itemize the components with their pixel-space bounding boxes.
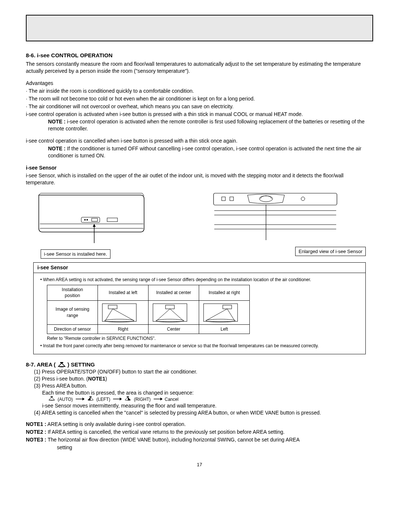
svg-point-28 — [156, 319, 184, 322]
left-figure-label: i-see Sensor is installed here. — [41, 249, 110, 259]
seq-auto: (AUTO) — [58, 396, 73, 402]
svg-rect-5 — [92, 218, 98, 221]
isee-sensor-desc: i-see Sensor, which is installed on the … — [26, 172, 373, 186]
note1-label: NOTE1 : — [26, 421, 46, 427]
tbl-r3c1: Direction of sensor — [47, 324, 98, 334]
cancel-text: i-see control operation is cancelled whe… — [26, 137, 373, 144]
note-1: NOTE : i-see control operation is activa… — [48, 118, 373, 132]
area-left-icon — [87, 396, 94, 402]
area-right-icon — [124, 396, 132, 402]
svg-marker-43 — [160, 398, 163, 400]
heading-pre: 8-7. AREA ( — [26, 361, 56, 368]
tbl-r3c2: Right — [98, 324, 149, 334]
note-2-text: If the conditioner is turned OFF without… — [48, 146, 361, 158]
advantage-1: · The air inside the room is conditioned… — [26, 88, 373, 95]
advantages-label: Advantages — [26, 80, 373, 87]
advantage-2: · The room will not become too cold or h… — [26, 95, 373, 102]
activate-text: i-see control operation is activated whe… — [26, 111, 373, 118]
step-2: (2) Press i-see button. (NOTE1) — [34, 375, 373, 382]
svg-point-4 — [86, 219, 88, 221]
note3-text-a-line1: The horizontal air flow direction (WIDE … — [48, 437, 300, 443]
refer-note: Refer to "Remote controller in SERVICE F… — [47, 335, 359, 341]
arrow-icon — [75, 396, 85, 402]
svg-rect-38 — [89, 396, 92, 397]
tbl-r3c4: Left — [199, 324, 250, 334]
tbl-r1c1a: Installation — [50, 287, 95, 293]
area-auto-icon — [48, 396, 55, 402]
enlarged-view-figure: Enlarged view of i-see Sensor — [211, 191, 366, 256]
figure-row: i-see Sensor is installed here. Enlarged… — [33, 191, 366, 259]
section-87-heading: 8-7. AREA ( ) SETTING — [26, 361, 373, 368]
svg-rect-25 — [166, 305, 174, 309]
sensing-image-center — [149, 300, 199, 324]
sensing-image-left — [98, 300, 149, 324]
step-3a: Each time the button is pressed, the are… — [42, 389, 373, 396]
svg-line-21 — [105, 309, 113, 321]
isee-sensor-heading: i-see Sensor — [26, 164, 373, 171]
svg-rect-10 — [222, 197, 225, 201]
area-icon — [57, 362, 66, 367]
tbl-r2c1b: range — [50, 313, 95, 318]
svg-point-23 — [105, 319, 134, 322]
tbl-r1c3: Installed at center — [149, 285, 199, 300]
section-86-heading: 8-6. i-see CONTROL OPERATION — [26, 52, 373, 59]
note3-label: NOTE3 : — [26, 437, 46, 443]
advantage-3: · The air conditioner will not overcool … — [26, 103, 373, 110]
seq-cancel: Cancel — [165, 396, 178, 402]
svg-line-31 — [206, 309, 227, 321]
note-1-label: NOTE : — [48, 119, 65, 125]
step-2-post: ) — [105, 376, 107, 382]
header-bar — [26, 15, 373, 41]
svg-point-33 — [206, 319, 235, 322]
svg-rect-20 — [108, 305, 117, 309]
page-number: 17 — [26, 461, 373, 468]
right-figure-label: Enlarged view of i-see Sensor — [295, 247, 366, 256]
sensor-bullet-1: • When AREA setting is not activated, th… — [40, 277, 359, 283]
note3-text-line2: setting — [57, 444, 373, 451]
tbl-r1c4: Installed at right — [199, 285, 250, 300]
seq-right: (RIGHT) — [134, 396, 150, 402]
tbl-r3c3: Center — [149, 324, 199, 334]
note-2: NOTE : If the conditioner is turned OFF … — [48, 145, 373, 159]
step-1: (1) Press OPERATE/STOP (ON/OFF) button t… — [34, 368, 373, 375]
note2-text: If AREA setting is cancelled, the vertic… — [48, 429, 284, 435]
notes-block: NOTE1 : AREA setting is only available d… — [26, 421, 373, 451]
svg-line-22 — [113, 309, 134, 321]
tbl-r2c1a: Image of sensing — [50, 306, 95, 312]
step-3b: i-see Sensor moves intermittently, measu… — [42, 402, 373, 409]
tbl-r1c2: Installed at left — [98, 285, 149, 300]
svg-line-26 — [157, 309, 170, 321]
svg-line-32 — [227, 309, 235, 321]
tbl-r1c1b: position — [50, 293, 95, 299]
sensor-bullet-2: • Install the front panel correctly afte… — [40, 343, 359, 349]
arrow-icon — [112, 396, 122, 402]
svg-marker-37 — [82, 398, 85, 400]
sensing-table: Installation position Installed at left … — [47, 285, 250, 334]
seq-left: (LEFT) — [96, 396, 110, 402]
intro-text: The sensors constantly measure the room … — [26, 61, 373, 75]
svg-rect-6 — [107, 218, 117, 222]
svg-rect-11 — [230, 197, 233, 201]
heading-post: ) SETTING — [68, 361, 95, 368]
step-3: (3) Press AREA button. — [34, 382, 373, 389]
sensing-image-right — [199, 300, 250, 324]
indoor-unit-figure: i-see Sensor is installed here. — [33, 191, 188, 259]
step-2-bold: NOTE1 — [88, 376, 105, 382]
svg-rect-30 — [223, 305, 232, 309]
svg-point-3 — [84, 219, 86, 221]
note1-text: AREA setting is only available during i-… — [47, 421, 185, 427]
step-4: (4) AREA setting is cancelled when the "… — [34, 409, 373, 416]
note-1-text: i-see control operation is activated whe… — [48, 119, 365, 132]
svg-point-13 — [301, 197, 305, 201]
sensor-info-box: i-see Sensor • When AREA setting is not … — [33, 262, 366, 354]
arrow-icon — [153, 396, 163, 402]
sequence-row: (AUTO) (LEFT) (RIGHT) Cancel — [48, 396, 373, 402]
sensor-box-title: i-see Sensor — [34, 263, 365, 273]
note2-label: NOTE2 : — [26, 429, 46, 435]
svg-point-12 — [259, 196, 273, 202]
svg-marker-40 — [120, 398, 122, 400]
svg-rect-41 — [127, 396, 129, 397]
note-2-label: NOTE : — [48, 146, 65, 151]
svg-line-27 — [170, 309, 183, 321]
step-2-pre: (2) Press i-see button. ( — [34, 376, 88, 382]
